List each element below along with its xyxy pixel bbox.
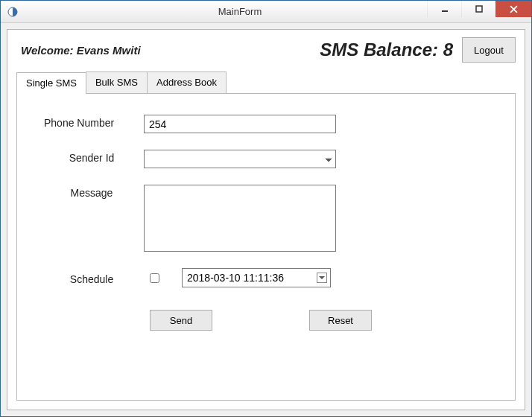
schedule-datetime-picker[interactable]: 2018-03-10 11:11:36 xyxy=(182,268,331,287)
header-row: Welcome: Evans Mwiti SMS Balance: 8 Logo… xyxy=(7,30,525,66)
window-controls xyxy=(427,1,531,17)
schedule-datetime-value: 2018-03-10 11:11:36 xyxy=(187,272,284,284)
tab-single-sms[interactable]: Single SMS xyxy=(16,72,86,94)
tab-bulk-sms[interactable]: Bulk SMS xyxy=(86,71,148,93)
titlebar: MainForm xyxy=(1,1,531,23)
phone-input[interactable] xyxy=(144,115,336,133)
sender-select[interactable] xyxy=(145,150,335,168)
close-button[interactable] xyxy=(495,1,531,17)
schedule-label: Schedule xyxy=(39,271,144,285)
button-row: Send Reset xyxy=(39,310,493,331)
welcome-label: Welcome: Evans Mwiti xyxy=(16,44,141,57)
phone-label: Phone Number xyxy=(39,115,144,129)
reset-button[interactable]: Reset xyxy=(309,310,372,331)
schedule-checkbox[interactable] xyxy=(150,273,159,283)
tab-strip: Single SMS Bulk SMS Address Book xyxy=(16,71,516,93)
svg-rect-2 xyxy=(476,6,482,12)
svg-rect-1 xyxy=(442,10,448,12)
row-schedule: Schedule 2018-03-10 11:11:36 xyxy=(39,268,493,287)
maximize-button[interactable] xyxy=(461,1,495,17)
send-button[interactable]: Send xyxy=(150,310,212,331)
tab-control: Single SMS Bulk SMS Address Book Phone N… xyxy=(16,71,516,401)
row-phone: Phone Number xyxy=(39,115,493,133)
sender-select-wrap xyxy=(144,150,336,168)
sender-label: Sender Id xyxy=(39,150,144,164)
message-label: Message xyxy=(39,185,144,199)
tab-address-book[interactable]: Address Book xyxy=(147,71,227,93)
logout-button[interactable]: Logout xyxy=(462,37,516,63)
row-message: Message xyxy=(39,185,493,252)
app-icon xyxy=(7,6,19,18)
message-textarea[interactable] xyxy=(144,185,336,252)
calendar-dropdown-icon xyxy=(317,273,327,283)
row-sender: Sender Id xyxy=(39,150,493,168)
sms-balance-label: SMS Balance: 8 xyxy=(141,39,462,60)
minimize-button[interactable] xyxy=(427,1,461,17)
tab-panel-single-sms: Phone Number Sender Id Mess xyxy=(16,93,516,401)
client-area: Welcome: Evans Mwiti SMS Balance: 8 Logo… xyxy=(7,29,525,410)
main-window: MainForm Welcome: Evans Mwiti SMS Balanc… xyxy=(0,0,532,417)
